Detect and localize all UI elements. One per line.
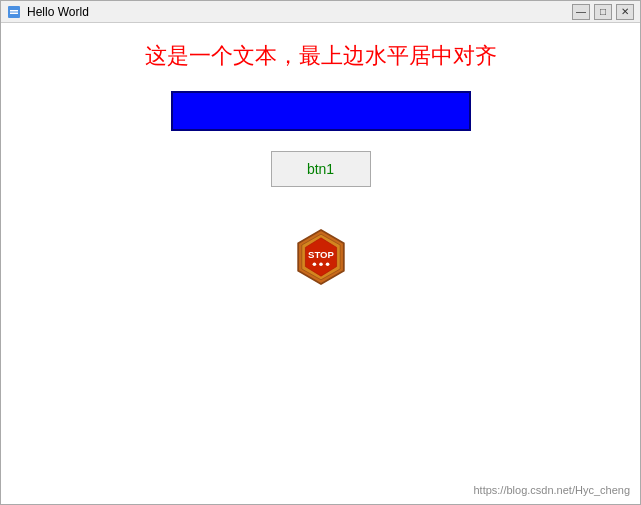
watermark: https://blog.csdn.net/Hyc_cheng (473, 484, 630, 496)
svg-rect-0 (8, 6, 20, 18)
svg-point-8 (319, 262, 323, 266)
svg-point-9 (325, 262, 329, 266)
title-bar-controls: — □ ✕ (572, 4, 634, 20)
window-icon (7, 5, 21, 19)
window-title: Hello World (27, 5, 89, 19)
content-area: 这是一个文本，最上边水平居中对齐 btn1 STOP https (1, 23, 640, 504)
main-window: Hello World — □ ✕ 这是一个文本，最上边水平居中对齐 btn1 (0, 0, 641, 505)
svg-point-7 (312, 262, 316, 266)
svg-text:STOP: STOP (308, 249, 335, 260)
blue-bar (171, 91, 471, 131)
minimize-button[interactable]: — (572, 4, 590, 20)
title-bar: Hello World — □ ✕ (1, 1, 640, 23)
btn1-button[interactable]: btn1 (271, 151, 371, 187)
stop-sign-icon: STOP (291, 217, 351, 291)
close-button[interactable]: ✕ (616, 4, 634, 20)
svg-rect-2 (10, 12, 18, 14)
svg-rect-1 (10, 10, 18, 12)
maximize-button[interactable]: □ (594, 4, 612, 20)
top-label: 这是一个文本，最上边水平居中对齐 (145, 41, 497, 71)
title-bar-left: Hello World (7, 5, 89, 19)
